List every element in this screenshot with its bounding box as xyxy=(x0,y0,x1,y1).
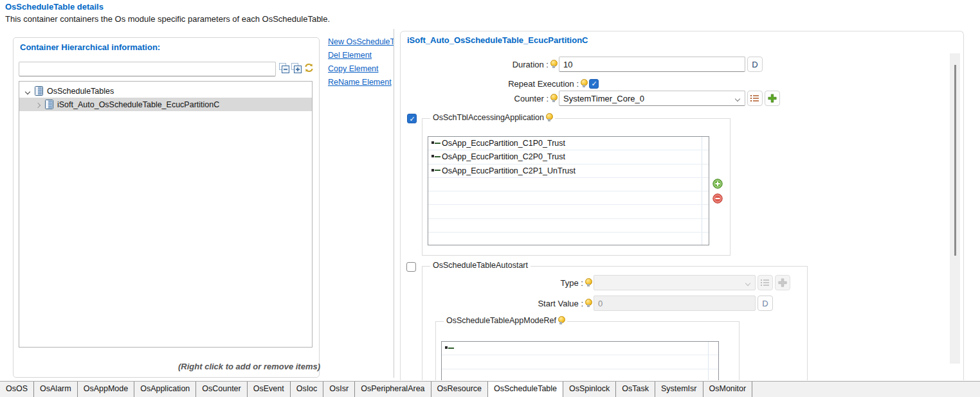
chevron-down-icon xyxy=(735,96,740,101)
list-item[interactable]: OsApp_EcucPartition_C1P0_Trust xyxy=(428,137,709,150)
reference-icon xyxy=(445,345,455,351)
tab-osisr[interactable]: OsIsr xyxy=(323,382,355,397)
tab-systemisr[interactable]: SystemIsr xyxy=(655,382,703,397)
tab-osspinlock[interactable]: OsSpinlock xyxy=(563,382,616,397)
details-scrollbar-track[interactable] xyxy=(950,53,960,364)
refresh-button[interactable] xyxy=(304,62,315,73)
parameter-hint-icon xyxy=(585,278,592,287)
collapse-all-button[interactable] xyxy=(279,62,291,74)
expand-all-button[interactable] xyxy=(291,62,303,74)
tree-node-selected-scheduletable[interactable]: iSoft_Auto_OsScheduleTable_EcucPartition… xyxy=(19,98,312,111)
expand-all-icon xyxy=(291,63,303,73)
chevron-down-icon xyxy=(745,281,750,286)
del-element-link[interactable]: Del Element xyxy=(328,51,394,60)
tab-oscounter[interactable]: OsCounter xyxy=(196,382,247,397)
duration-row: Duration : D xyxy=(407,57,763,72)
list-item[interactable]: OsApp_EcucPartition_C2P1_UnTrust xyxy=(428,164,709,178)
autostart-checkbox[interactable] xyxy=(406,262,416,272)
tab-osperipheralarea[interactable]: OsPeripheralArea xyxy=(355,382,431,397)
copy-element-link[interactable]: Copy Element xyxy=(328,64,394,73)
hierarchy-panel-title: Container Hierarchical information: xyxy=(20,42,160,52)
parameter-hint-icon xyxy=(558,316,565,325)
autostart-legend: OsScheduleTableAutostart xyxy=(433,261,528,270)
remove-row-button[interactable] xyxy=(712,193,723,204)
container-icon xyxy=(45,100,53,109)
tree-filter-input[interactable] xyxy=(19,62,276,76)
tab-osresource[interactable]: OsResource xyxy=(431,382,488,397)
type-add-button[interactable] xyxy=(775,275,790,290)
tab-ostask[interactable]: OsTask xyxy=(616,382,655,397)
appmoderef-legend: OsScheduleTableAppModeRef xyxy=(446,316,556,325)
accessing-app-checkbox[interactable] xyxy=(407,114,417,123)
add-icon xyxy=(768,94,777,103)
list-item-empty xyxy=(442,369,718,381)
add-row-icon xyxy=(712,179,723,189)
os-configuration-window: OsScheduleTable details This container c… xyxy=(0,0,980,397)
details-scrollbar-thumb[interactable] xyxy=(954,65,956,256)
counter-list-button[interactable] xyxy=(747,91,763,106)
tree-node-label: OsScheduleTables xyxy=(47,87,114,96)
collapsed-chevron-icon[interactable] xyxy=(36,100,45,109)
tab-osos[interactable]: OsOS xyxy=(0,382,34,397)
tree-node-label: iSoft_Auto_OsScheduleTable_EcucPartition… xyxy=(57,100,219,109)
details-title: iSoft_Auto_OsScheduleTable_EcucPartition… xyxy=(407,35,588,45)
list-item-empty xyxy=(428,205,709,218)
reference-icon xyxy=(431,154,442,160)
parameter-hint-icon xyxy=(550,94,557,103)
container-icon xyxy=(35,86,43,96)
type-label: Type : xyxy=(561,278,583,288)
type-select[interactable] xyxy=(594,275,756,290)
duration-default-button[interactable]: D xyxy=(747,57,763,72)
new-element-link[interactable]: New OsScheduleT xyxy=(328,37,394,46)
tab-osmonitor[interactable]: OsMonitor xyxy=(703,382,753,397)
tab-osapplication[interactable]: OsApplication xyxy=(134,382,196,397)
list-item-label: OsApp_EcucPartition_C2P0_Trust xyxy=(442,152,565,161)
list-picker-icon xyxy=(761,279,770,287)
start-value-default-button[interactable]: D xyxy=(758,296,773,311)
appmoderef-groupbox: OsScheduleTableAppModeRef xyxy=(435,321,740,380)
list-item-label: OsApp_EcucPartition_C1P0_Trust xyxy=(442,139,565,148)
list-item[interactable]: OsApp_EcucPartition_C2P0_Trust xyxy=(428,150,709,164)
right-click-hint: (Right click to add or remove items) xyxy=(178,362,320,371)
tab-osalarm[interactable]: OsAlarm xyxy=(34,382,78,397)
list-item-empty xyxy=(442,355,718,369)
start-value-label: Start Value : xyxy=(538,299,583,308)
autostart-groupbox: OsScheduleTableAutostart Type : xyxy=(422,266,808,380)
panel-divider[interactable] xyxy=(394,29,394,378)
counter-select[interactable]: SystemTimer_Core_0 xyxy=(559,91,745,106)
duration-input[interactable] xyxy=(559,57,745,72)
repeat-execution-label: Repeat Execution : xyxy=(508,79,579,89)
counter-row: Counter : SystemTimer_Core_0 xyxy=(407,91,780,106)
accessing-app-groupbox: OsSchTblAccessingApplication OsApp_EcucP… xyxy=(422,118,730,256)
tree-node-osscheduletables[interactable]: OsScheduleTables xyxy=(19,84,312,98)
list-item-label: OsApp_EcucPartition_C2P1_UnTrust xyxy=(442,166,576,175)
hierarchy-tree: OsScheduleTables iSoft_Auto_OsScheduleTa… xyxy=(19,81,313,348)
accessing-app-legend: OsSchTblAccessingApplication xyxy=(433,113,544,122)
element-actions: New OsScheduleT Del Element Copy Element… xyxy=(328,37,394,91)
type-list-button[interactable] xyxy=(758,275,773,290)
accessing-app-list: OsApp_EcucPartition_C1P0_TrustOsApp_Ecuc… xyxy=(428,136,709,245)
list-item-empty xyxy=(428,219,709,233)
parameter-hint-icon xyxy=(585,299,592,308)
start-value-input[interactable] xyxy=(594,296,756,311)
rename-element-link[interactable]: ReName Element xyxy=(328,78,394,87)
list-picker-icon xyxy=(750,94,759,102)
parameter-hint-icon xyxy=(550,60,557,69)
reference-icon xyxy=(431,140,442,146)
counter-label: Counter : xyxy=(514,94,549,103)
repeat-execution-checkbox[interactable] xyxy=(589,79,599,89)
tab-osappmode[interactable]: OsAppMode xyxy=(78,382,134,397)
tab-osevent[interactable]: OsEvent xyxy=(248,382,291,397)
repeat-execution-row: Repeat Execution : xyxy=(407,76,599,91)
module-tabbar: OsOSOsAlarmOsAppModeOsApplicationOsCount… xyxy=(0,381,980,397)
tab-osscheduletable[interactable]: OsScheduleTable xyxy=(488,382,563,397)
page-title: OsScheduleTable details xyxy=(5,2,104,12)
list-item[interactable] xyxy=(442,342,718,355)
collapse-all-icon xyxy=(279,63,291,73)
add-row-button[interactable] xyxy=(712,179,723,189)
refresh-swap-icon xyxy=(304,62,315,73)
counter-add-button[interactable] xyxy=(765,91,780,106)
expanded-chevron-icon[interactable] xyxy=(26,87,35,96)
reference-icon xyxy=(431,168,442,174)
tab-osioc[interactable]: OsIoc xyxy=(291,382,324,397)
